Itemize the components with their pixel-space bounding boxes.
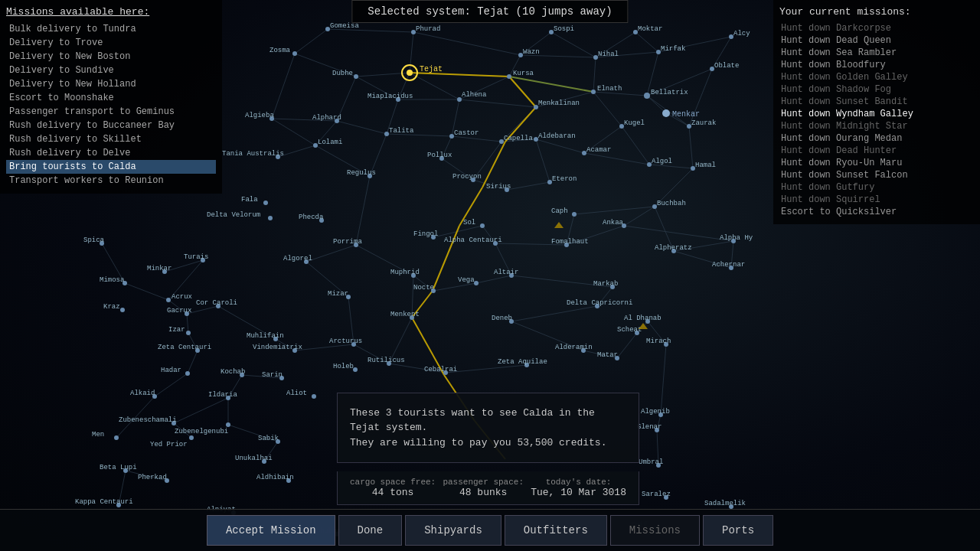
svg-text:Wazn: Wazn xyxy=(523,48,540,56)
svg-text:Bellatrix: Bellatrix xyxy=(651,89,688,96)
passenger-value: 48 bunks xyxy=(443,487,524,498)
current-mission-item-1[interactable]: Hunt down Dead Queen xyxy=(779,34,974,47)
svg-text:Menkalinan: Menkalinan xyxy=(538,99,580,107)
available-mission-item-2[interactable]: Delivery to New Boston xyxy=(6,50,216,64)
bottom-navigation: Accept MissionDoneShipyardsOutfittersMis… xyxy=(0,509,980,551)
svg-point-296 xyxy=(185,371,190,376)
current-missions-panel: Your current missions: Hunt down Darkcor… xyxy=(773,0,980,224)
svg-text:Algenib: Algenib xyxy=(641,408,670,416)
svg-text:Sirius: Sirius xyxy=(486,183,511,191)
svg-text:Spica: Spica xyxy=(83,236,105,244)
svg-point-214 xyxy=(263,201,268,205)
svg-text:Alderamin: Alderamin xyxy=(555,344,593,351)
svg-text:Hamal: Hamal xyxy=(695,161,716,169)
svg-point-252 xyxy=(474,281,479,285)
svg-text:Mimosa: Mimosa xyxy=(100,276,125,284)
svg-point-134 xyxy=(662,109,670,117)
svg-text:Miaplacidus: Miaplacidus xyxy=(368,93,413,100)
svg-text:Holeb: Holeb xyxy=(333,363,354,370)
current-mission-item-11[interactable]: Hunt down Ryou-Un Maru xyxy=(779,157,974,169)
cargo-value: 44 tons xyxy=(350,487,436,498)
svg-line-34 xyxy=(622,126,649,165)
svg-text:Lolami: Lolami xyxy=(318,139,342,146)
current-mission-item-15[interactable]: Escort to Quicksilver xyxy=(779,206,974,218)
mission-description: These 3 tourists want to see Calda in th… xyxy=(350,406,626,451)
available-mission-item-9[interactable]: Rush delivery to Delve xyxy=(6,146,216,160)
svg-line-112 xyxy=(174,398,228,423)
svg-text:Sarin: Sarin xyxy=(262,371,283,379)
current-mission-item-13[interactable]: Hunt down Gutfury xyxy=(779,181,974,194)
svg-line-61 xyxy=(624,207,655,226)
current-mission-item-12[interactable]: Hunt down Sunset Falcon xyxy=(779,169,974,181)
current-mission-item-4[interactable]: Hunt down Golden Galley xyxy=(779,71,974,83)
svg-point-136 xyxy=(507,74,511,79)
svg-line-102 xyxy=(295,344,354,350)
svg-text:Acrux: Acrux xyxy=(172,293,192,301)
svg-line-78 xyxy=(356,176,370,245)
svg-line-86 xyxy=(511,306,597,321)
svg-line-24 xyxy=(551,32,596,57)
available-mission-item-6[interactable]: Passenger transport to Geminus xyxy=(6,105,216,119)
available-mission-item-10[interactable]: Bring tourists to Calda xyxy=(6,160,216,174)
nav-button-done[interactable]: Done xyxy=(338,515,403,546)
available-mission-item-4[interactable]: Delivery to New Holland xyxy=(6,77,216,91)
svg-text:Talita: Talita xyxy=(389,127,414,135)
current-mission-item-3[interactable]: Hunt down Bloodfury xyxy=(779,59,974,71)
available-mission-item-0[interactable]: Bulk delivery to Tundra xyxy=(6,22,216,36)
nav-button-shipyards[interactable]: Shipyards xyxy=(405,515,501,546)
svg-text:Phecda: Phecda xyxy=(299,214,324,221)
current-mission-item-0[interactable]: Hunt down Darkcorpse xyxy=(779,22,974,34)
svg-text:Alphard: Alphard xyxy=(312,114,341,122)
cargo-label: cargo space free: xyxy=(350,478,436,487)
svg-text:Markab: Markab xyxy=(593,280,618,288)
available-mission-item-5[interactable]: Escort to Moonshake xyxy=(6,91,216,105)
svg-line-35 xyxy=(593,92,622,126)
available-mission-item-1[interactable]: Delivery to Trove xyxy=(6,36,216,50)
svg-line-62 xyxy=(574,207,655,214)
svg-text:Muphrid: Muphrid xyxy=(390,269,420,276)
svg-text:Tania Australis: Tania Australis xyxy=(222,150,284,158)
current-mission-item-8[interactable]: Hunt down Midnight Star xyxy=(779,120,974,132)
svg-text:Elnath: Elnath xyxy=(597,85,622,93)
available-mission-item-11[interactable]: Transport workers to Reunion xyxy=(6,174,216,187)
svg-text:Moktar: Moktar xyxy=(638,25,662,33)
svg-text:Zaurak: Zaurak xyxy=(691,119,716,127)
nav-button-accept-mission[interactable]: Accept Mission xyxy=(207,515,335,546)
current-mission-item-2[interactable]: Hunt down Sea Rambler xyxy=(779,47,974,59)
nav-button-outfitters[interactable]: Outfitters xyxy=(505,515,607,546)
svg-text:Zeta Centauri: Zeta Centauri xyxy=(158,344,211,351)
current-mission-item-6[interactable]: Hunt down Sunset Bandit xyxy=(779,96,974,108)
svg-text:Zosma: Zosma xyxy=(270,47,291,54)
svg-text:Cor Caroli: Cor Caroli xyxy=(196,299,237,307)
svg-line-81 xyxy=(433,283,476,291)
nav-button-ports[interactable]: Ports xyxy=(703,515,773,546)
available-mission-item-3[interactable]: Delivery to Sundive xyxy=(6,64,216,77)
current-mission-item-7[interactable]: Hunt down Wyndham Galley xyxy=(779,108,974,120)
svg-text:Yed Prior: Yed Prior xyxy=(150,441,188,448)
current-mission-item-10[interactable]: Hunt down Dead Hunter xyxy=(779,145,974,157)
nav-button-missions[interactable]: Missions xyxy=(610,515,700,546)
svg-text:Alpha Centauri: Alpha Centauri xyxy=(444,236,502,244)
available-mission-item-8[interactable]: Rush delivery to Skillet xyxy=(6,132,216,146)
available-mission-item-7[interactable]: Rush delivery to Buccaneer Bay xyxy=(6,119,216,132)
svg-text:Umbral: Umbral xyxy=(639,458,663,466)
svg-line-32 xyxy=(689,126,693,168)
mission-info-box: These 3 tourists want to see Calda in th… xyxy=(337,393,639,464)
current-mission-item-14[interactable]: Hunt down Squirrel xyxy=(779,194,974,206)
svg-line-107 xyxy=(188,350,198,373)
svg-line-110 xyxy=(155,373,188,396)
svg-text:Saralez: Saralez xyxy=(642,491,671,498)
svg-text:Vindemiatrix: Vindemiatrix xyxy=(253,344,302,351)
svg-text:Capella: Capella xyxy=(504,135,533,142)
current-mission-item-9[interactable]: Hunt down Ourang Medan xyxy=(779,132,974,145)
svg-text:Zeta Aquilae: Zeta Aquilae xyxy=(498,358,547,366)
svg-point-220 xyxy=(480,223,485,228)
system-name: Selected system: Tejat (10 jumps away) xyxy=(368,5,612,18)
svg-text:Cebalrai: Cebalrai xyxy=(424,366,457,373)
svg-text:Deneb: Deneb xyxy=(492,315,512,322)
svg-point-138 xyxy=(591,90,596,94)
svg-text:Nihal: Nihal xyxy=(598,51,619,58)
current-mission-item-5[interactable]: Hunt down Shadow Fog xyxy=(779,83,974,96)
svg-line-37 xyxy=(584,153,649,165)
svg-text:Scheat: Scheat xyxy=(617,326,642,334)
